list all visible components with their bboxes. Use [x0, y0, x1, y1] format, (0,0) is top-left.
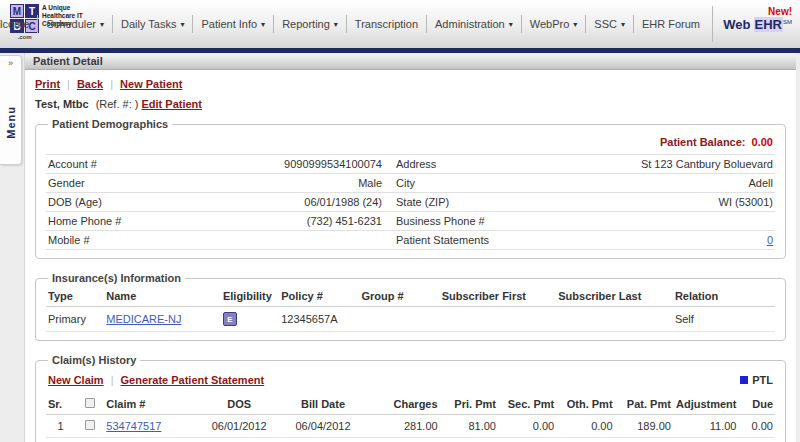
toolbar-separator: |	[110, 78, 113, 90]
insurance-name-link[interactable]: MEDICARE-NJ	[106, 313, 181, 325]
insurance-table: Type Name Eligibility Policy # Group # S…	[46, 286, 775, 332]
group-number	[359, 307, 439, 332]
nav-item-daily-tasks[interactable]: Daily Tasks	[112, 15, 192, 33]
page-title: Patient Detail	[25, 53, 796, 70]
nav-item-patient-info[interactable]: Patient Info	[192, 15, 273, 33]
subscriber-first	[440, 307, 557, 332]
new-patient-link[interactable]: New Patient	[120, 78, 182, 90]
claim-due: 0.00	[738, 415, 775, 438]
demographics-row: Mobile # Patient Statements 0	[46, 230, 775, 250]
webehr-word2: EHR	[754, 17, 783, 32]
new-badge: New!	[723, 6, 792, 17]
city-value: Adell	[570, 177, 773, 189]
field-label: State (ZIP)	[396, 196, 570, 208]
menu-vertical-label: Menu	[5, 106, 17, 139]
generate-patient-statement-link[interactable]: Generate Patient Statement	[121, 374, 265, 386]
select-all-checkbox[interactable]	[85, 398, 95, 408]
eligibility-check-icon[interactable]: E	[223, 312, 237, 326]
col-header-subscriber-first: Subscriber First	[440, 286, 557, 307]
nav-item-ehr-forum[interactable]: EHR Forum	[633, 15, 708, 33]
patient-ref-number: (Ref. #: )	[96, 98, 139, 110]
webehr-word1: Web	[723, 17, 750, 32]
patient-name: Test, Mtbc	[35, 98, 89, 110]
relation: Self	[673, 307, 775, 332]
address-value: St 123 Cantbury Boluevard	[570, 158, 773, 170]
col-header-eligibility: Eligibility	[221, 286, 279, 307]
field-label: Patient Statements	[396, 234, 570, 246]
claims-legend: Claim(s) History	[48, 354, 140, 366]
col-header-charges: Charges	[367, 394, 440, 415]
patient-statements-link[interactable]: 0	[767, 234, 773, 246]
ptl-color-swatch-icon	[740, 376, 748, 384]
field-label: DOB (Age)	[48, 196, 208, 208]
claim-adjustment: 11.00	[673, 415, 739, 438]
col-header-type: Type	[46, 286, 104, 307]
nav-item-ssc[interactable]: SSC	[585, 15, 633, 33]
patient-balance-line: Patient Balance: 0.00	[46, 132, 775, 154]
insurance-row: Primary MEDICARE-NJ E 12345657A Self	[46, 307, 775, 332]
nav-item-administration[interactable]: Administration	[426, 15, 521, 33]
demographics-row: DOB (Age) 06/01/1988 (24) State (ZIP) WI…	[46, 192, 775, 211]
edit-patient-link[interactable]: Edit Patient	[142, 98, 203, 110]
claim-row-checkbox[interactable]	[85, 420, 95, 430]
col-header-pri-pmt: Pri. Pmt	[440, 394, 498, 415]
left-sidebar: » Menu	[0, 53, 24, 442]
col-header-due: Due	[738, 394, 775, 415]
patient-balance-label: Patient Balance:	[660, 136, 746, 148]
nav-item-transcription[interactable]: Transcription	[346, 15, 426, 33]
field-label: Account #	[48, 158, 208, 170]
ptl-label: PTL	[752, 374, 773, 386]
new-claim-link[interactable]: New Claim	[48, 374, 104, 386]
total-charges: 281.00	[367, 438, 440, 442]
toolbar: Print|Back|New Patient	[25, 70, 796, 96]
col-header-bill-date: Bill Date	[279, 394, 366, 415]
total-adjustment: 11.00	[673, 438, 739, 442]
ptl-legend: PTL	[740, 374, 773, 386]
demographics-row: Home Phone # (732) 451-6231 Business Pho…	[46, 211, 775, 230]
col-header-group: Group #	[359, 286, 439, 307]
patient-header-line: Test, Mtbc (Ref. #: ) Edit Patient	[25, 96, 796, 118]
claims-total-row: Total: 281.00 81.00 0.00 0.00 189.00 11.…	[46, 438, 775, 442]
webehr-servicemark: SM	[783, 19, 792, 25]
print-link[interactable]: Print	[35, 78, 60, 90]
nav-item-webpro[interactable]: WebPro	[521, 15, 586, 33]
total-oth-pmt: 0.00	[556, 438, 614, 442]
col-header-relation: Relation	[673, 286, 775, 307]
nav-item-reporting[interactable]: Reporting	[273, 15, 346, 33]
patient-balance-value: 0.00	[752, 136, 773, 148]
top-bar: M T B C .com A Unique Healthcare IT Comp…	[0, 0, 800, 48]
demographics-legend: Patient Demographics	[48, 118, 172, 130]
toolbar-separator: |	[111, 374, 114, 386]
claims-history-section: Claim(s) History New Claim | Generate Pa…	[35, 354, 786, 442]
insurance-legend: Insurance(s) Information	[48, 272, 185, 284]
main-nav: Welcome Scheduler Daily Tasks Patient In…	[0, 0, 708, 48]
back-link[interactable]: Back	[77, 78, 103, 90]
total-label: Total:	[104, 438, 199, 442]
total-pat-pmt: 189.00	[615, 438, 673, 442]
col-header-name: Name	[104, 286, 221, 307]
claims-table: Sr. Claim # DOS Bill Date Charges Pri. P…	[46, 394, 775, 442]
col-header-oth-pmt: Oth. Pmt	[556, 394, 614, 415]
field-label: Gender	[48, 177, 208, 189]
collapse-arrows-icon[interactable]: »	[0, 56, 21, 68]
nav-item-scheduler[interactable]: Scheduler	[37, 15, 112, 33]
field-label: Address	[396, 158, 570, 170]
dob-value: 06/01/1988 (24)	[208, 196, 397, 208]
claim-dos: 06/01/2012	[199, 415, 279, 438]
claim-number-link[interactable]: 534747517	[106, 420, 161, 432]
col-header-policy: Policy #	[279, 286, 359, 307]
mobile-value	[208, 234, 397, 246]
claim-row: 1 534747517 06/01/2012 06/04/2012 281.00…	[46, 415, 775, 438]
menu-panel[interactable]: » Menu	[0, 55, 22, 165]
claims-toolbar: New Claim | Generate Patient Statement P…	[46, 368, 775, 394]
field-label: Mobile #	[48, 234, 208, 246]
col-header-pat-pmt: Pat. Pmt	[615, 394, 673, 415]
field-label: Home Phone #	[48, 215, 208, 227]
col-header-sec-pmt: Sec. Pmt	[498, 394, 556, 415]
home-phone-value: (732) 451-6231	[208, 215, 397, 227]
claim-oth-pmt: 0.00	[556, 415, 614, 438]
col-header-subscriber-last: Subscriber Last	[556, 286, 673, 307]
col-header-dos: DOS	[199, 394, 279, 415]
web-ehr-link[interactable]: New! Web EHRSM	[712, 6, 792, 42]
nav-item-welcome[interactable]: Welcome	[0, 15, 37, 33]
